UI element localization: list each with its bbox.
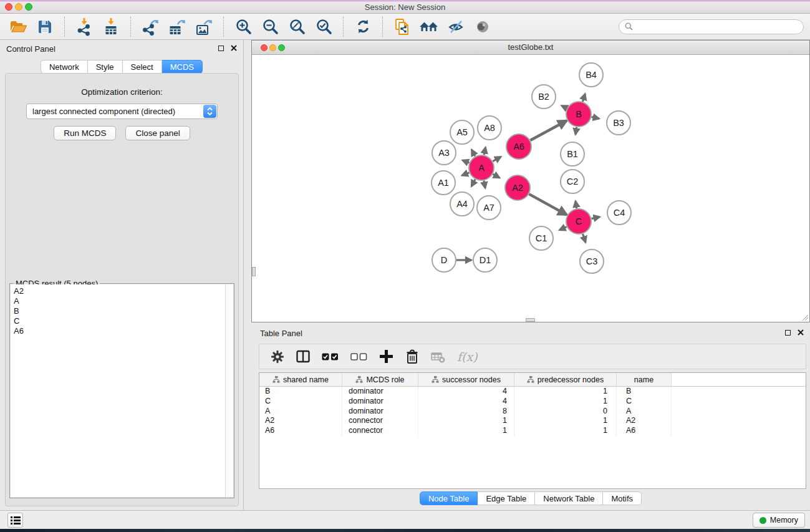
column-header-mcds-role[interactable]: MCDS role — [342, 373, 418, 386]
create-column-plus-icon[interactable] — [379, 349, 393, 364]
table-cell[interactable]: connector — [342, 416, 418, 426]
close-panel-icon[interactable] — [231, 45, 237, 51]
table-cell[interactable]: B — [617, 387, 672, 397]
mcds-result-scrollbar[interactable] — [225, 284, 233, 497]
table-cell[interactable]: A6 — [259, 426, 342, 436]
table-settings-gear-icon[interactable] — [271, 350, 284, 364]
close-panel-icon[interactable] — [798, 329, 804, 336]
export-table-button[interactable] — [166, 16, 188, 37]
edge-A-A1[interactable] — [462, 173, 470, 176]
network-window-titlebar[interactable]: testGlobe.txt — [252, 41, 809, 55]
close-traffic-light[interactable] — [5, 3, 12, 11]
criterion-dropdown[interactable]: largest connected component (directed) — [26, 104, 218, 119]
table-cell[interactable]: 1 — [514, 426, 617, 436]
table-cell[interactable]: A2 — [259, 416, 342, 426]
search-input[interactable] — [636, 22, 798, 31]
resize-grip-icon[interactable] — [801, 314, 809, 321]
table-cell[interactable]: 4 — [418, 397, 514, 407]
edge-C-C2[interactable] — [576, 201, 577, 209]
table-cell[interactable]: dominator — [342, 387, 418, 397]
birdseye-view-button[interactable] — [472, 16, 493, 37]
mcds-result-item-c[interactable]: C — [14, 316, 233, 326]
tab-network-table[interactable]: Network Table — [535, 491, 603, 505]
network-maximize-traffic-light[interactable] — [278, 44, 285, 51]
edge-C-C1[interactable] — [559, 227, 567, 230]
save-session-button[interactable] — [34, 16, 55, 37]
column-header-name[interactable]: name — [617, 373, 672, 386]
edge-C-C3[interactable] — [583, 234, 586, 243]
table-cell[interactable]: 1 — [418, 426, 514, 436]
column-header-shared-name[interactable]: shared name — [259, 373, 342, 386]
network-graph[interactable]: B4B2BB3A8A5A6A3B1AC2A1A2A4A7C4CC1C3DD1 — [252, 55, 809, 322]
table-cell[interactable]: 1 — [514, 416, 617, 426]
mcds-result-list[interactable]: A2ABCA6 — [11, 284, 233, 497]
edge-A2-C[interactable] — [529, 194, 566, 215]
zoom-selected-button[interactable] — [313, 16, 334, 37]
edge-B-B1[interactable] — [576, 127, 577, 135]
table-cell[interactable]: A — [617, 407, 672, 417]
import-table-button[interactable] — [100, 16, 122, 37]
table-row-c[interactable]: Cdominator41C — [259, 397, 806, 407]
mcds-result-item-a6[interactable]: A6 — [14, 326, 233, 336]
edge-B-B3[interactable] — [592, 117, 599, 118]
clone-network-button[interactable] — [392, 16, 413, 37]
canvas-bottom-handle[interactable] — [526, 318, 535, 322]
minimize-traffic-light[interactable] — [15, 3, 22, 11]
edge-A-A4[interactable] — [471, 180, 475, 186]
table-cell[interactable]: 1 — [514, 387, 617, 397]
edge-A-A6[interactable] — [493, 157, 501, 161]
refresh-button[interactable] — [352, 16, 374, 37]
table-cell[interactable]: connector — [342, 426, 418, 436]
table-cell[interactable]: 8 — [418, 407, 514, 417]
tab-select[interactable]: Select — [123, 60, 162, 74]
mcds-result-item-b[interactable]: B — [14, 306, 233, 316]
tab-style[interactable]: Style — [88, 60, 123, 74]
table-cell[interactable]: A — [259, 407, 342, 417]
zoom-fit-button[interactable] — [286, 16, 307, 37]
tab-network[interactable]: Network — [41, 60, 88, 74]
memory-button[interactable]: Memory — [753, 513, 805, 528]
table-cell[interactable]: 0 — [514, 407, 617, 417]
edge-C-C4[interactable] — [592, 217, 600, 219]
table-cell[interactable]: A2 — [617, 416, 672, 426]
edge-A6-B[interactable] — [530, 120, 566, 140]
edge-A-A7[interactable] — [484, 181, 485, 188]
table-row-a[interactable]: Adominator80A — [259, 407, 806, 417]
open-session-button[interactable] — [7, 16, 29, 37]
mcds-result-item-a[interactable]: A — [14, 296, 233, 306]
close-panel-button[interactable]: Close panel — [125, 126, 190, 140]
column-header-successor-nodes[interactable]: successor nodes — [418, 373, 514, 386]
run-mcds-button[interactable]: Run MCDS — [54, 126, 116, 140]
edge-A-A5[interactable] — [471, 150, 475, 156]
show-all-networks-button[interactable] — [418, 16, 440, 37]
edge-A-A8[interactable] — [484, 147, 485, 155]
table-row-a2[interactable]: A2connector11A2 — [259, 416, 806, 426]
unselect-all-columns-icon[interactable] — [350, 353, 367, 360]
table-row-b[interactable]: Bdominator41B — [259, 387, 806, 397]
export-image-button[interactable] — [193, 16, 215, 37]
delete-column-trash-icon[interactable] — [405, 349, 419, 364]
network-close-traffic-light[interactable] — [261, 44, 268, 51]
import-network-button[interactable] — [74, 16, 95, 37]
table-row-a6[interactable]: A6connector11A6 — [259, 426, 806, 436]
export-network-button[interactable] — [140, 16, 161, 37]
table-cell[interactable]: dominator — [342, 397, 418, 407]
network-minimize-traffic-light[interactable] — [269, 44, 276, 51]
maximize-traffic-light[interactable] — [25, 3, 32, 11]
table-cell[interactable]: 4 — [418, 387, 514, 397]
column-header-predecessor-nodes[interactable]: predecessor nodes — [514, 373, 617, 386]
tab-motifs[interactable]: Motifs — [603, 491, 642, 505]
mcds-result-item-a2[interactable]: A2 — [14, 286, 233, 296]
table-cell[interactable]: 1 — [514, 397, 617, 407]
tab-mcds[interactable]: MCDS — [162, 60, 203, 74]
zoom-in-button[interactable] — [233, 16, 254, 37]
task-history-button[interactable] — [7, 513, 23, 528]
edge-A-A3[interactable] — [463, 160, 470, 163]
table-cell[interactable]: A6 — [617, 426, 672, 436]
tab-node-table[interactable]: Node Table — [420, 491, 478, 505]
tab-edge-table[interactable]: Edge Table — [478, 491, 535, 505]
hide-detail-button[interactable] — [445, 16, 466, 37]
show-columns-icon[interactable] — [296, 350, 310, 363]
canvas-left-handle[interactable] — [252, 267, 256, 276]
table-cell[interactable]: dominator — [342, 407, 418, 417]
